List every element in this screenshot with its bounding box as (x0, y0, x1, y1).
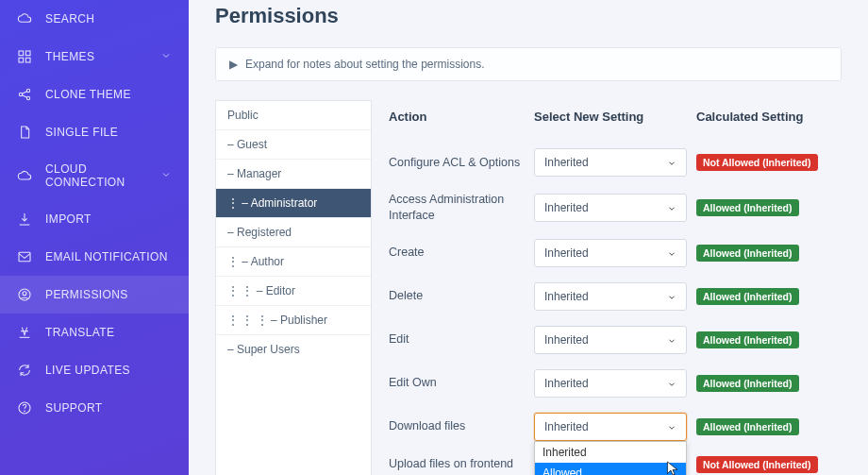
nav-label: IMPORT (45, 212, 92, 226)
refresh-icon (17, 363, 32, 378)
role-item[interactable]: Public (216, 101, 371, 130)
status-badge: Not Allowed (Inherited) (696, 456, 818, 473)
permissions-table: Action Select New Setting Calculated Set… (389, 100, 842, 475)
chevron-down-icon (667, 379, 676, 388)
setting-cell: Inherited (534, 282, 696, 311)
import-icon (17, 212, 32, 227)
nav-label: SUPPORT (45, 401, 103, 415)
setting-select[interactable]: Inherited (534, 282, 687, 311)
action-label: Edit Own (389, 375, 534, 391)
grid-icon (17, 49, 32, 64)
main-content: Permissions ▶ Expand for notes about set… (189, 0, 868, 475)
chevron-down-icon (667, 158, 676, 167)
setting-dropdown: InheritedAllowedDenied (534, 441, 687, 475)
nav-item-cloud-connection[interactable]: CLOUD CONNECTION (0, 151, 189, 200)
notes-toggle[interactable]: ▶ Expand for notes about setting the per… (215, 47, 842, 81)
page-title: Permissions (215, 4, 842, 28)
setting-select[interactable]: Inherited (534, 194, 687, 222)
nav-item-single-file[interactable]: SINGLE FILE (0, 113, 189, 151)
svg-rect-3 (25, 58, 30, 62)
status-badge: Allowed (Inherited) (696, 375, 799, 392)
action-label: Upload files on frontend (389, 456, 534, 472)
setting-cell: Inherited (534, 369, 696, 398)
select-value: Inherited (544, 290, 589, 303)
role-item[interactable]: – Manager (216, 160, 371, 189)
nav-item-support[interactable]: SUPPORT (0, 389, 189, 427)
nav-label: TRANSLATE (45, 326, 114, 339)
cloud-icon (17, 168, 32, 183)
role-item[interactable]: – Registered (216, 218, 371, 247)
permission-row: EditInheritedAllowed (Inherited) (389, 318, 842, 362)
header-action: Action (389, 110, 534, 124)
nav-item-live-updates[interactable]: LIVE UPDATES (0, 351, 189, 389)
setting-cell: InheritedInheritedAllowedDenied (534, 413, 696, 441)
action-label: Delete (389, 288, 534, 304)
permission-row: Configure ACL & OptionsInheritedNot Allo… (389, 141, 842, 184)
nav-item-import[interactable]: IMPORT (0, 200, 189, 238)
role-item[interactable]: ⋮ ⋮ – Editor (216, 277, 371, 306)
chevron-down-icon (667, 335, 676, 345)
notes-text: Expand for notes about setting the permi… (245, 58, 484, 71)
nav-item-permissions[interactable]: PERMISSIONS (0, 276, 189, 314)
permission-row: Access Administration InterfaceInherited… (389, 184, 842, 231)
status-badge: Not Allowed (Inherited) (696, 154, 818, 171)
role-item[interactable]: ⋮ ⋮ ⋮ – Publisher (216, 306, 371, 335)
nav-label: PERMISSIONS (45, 288, 128, 301)
calc-cell: Allowed (Inherited) (696, 245, 842, 262)
status-badge: Allowed (Inherited) (696, 199, 799, 216)
select-value: Inherited (544, 201, 589, 214)
nav-item-clone-theme[interactable]: CLONE THEME (0, 76, 189, 113)
role-item[interactable]: ⋮ – Author (216, 247, 371, 277)
select-value: Inherited (544, 377, 589, 390)
setting-select[interactable]: InheritedInheritedAllowedDenied (534, 413, 687, 441)
file-icon (17, 125, 32, 140)
status-badge: Allowed (Inherited) (696, 245, 799, 262)
nav-label: SINGLE FILE (45, 126, 118, 139)
svg-rect-7 (19, 252, 30, 261)
permission-row: DeleteInheritedAllowed (Inherited) (389, 275, 842, 318)
role-item[interactable]: – Guest (216, 130, 371, 160)
status-badge: Allowed (Inherited) (696, 288, 799, 305)
dropdown-option[interactable]: Allowed (535, 463, 686, 475)
setting-select[interactable]: Inherited (534, 369, 687, 398)
share-icon (17, 87, 32, 102)
help-icon (17, 400, 32, 416)
chevron-down-icon (160, 50, 172, 64)
permission-row: CreateInheritedAllowed (Inherited) (389, 231, 842, 275)
setting-select[interactable]: Inherited (534, 148, 687, 177)
role-list: Public– Guest– Manager⋮ – Administrator–… (215, 100, 372, 475)
nav-label: SEARCH (45, 12, 94, 25)
calc-cell: Allowed (Inherited) (696, 288, 842, 305)
setting-select[interactable]: Inherited (534, 239, 687, 267)
nav-label: EMAIL NOTIFICATION (45, 250, 168, 263)
svg-rect-2 (19, 58, 24, 62)
cloud-search-icon (17, 11, 32, 26)
nav-item-themes[interactable]: THEMES (0, 38, 189, 76)
nav-label: LIVE UPDATES (45, 364, 130, 377)
user-circle-icon (17, 287, 32, 302)
setting-cell: Inherited (534, 239, 696, 267)
select-value: Inherited (544, 333, 589, 347)
chevron-down-icon (667, 292, 676, 301)
calc-cell: Not Allowed (Inherited) (696, 154, 842, 171)
table-header-row: Action Select New Setting Calculated Set… (389, 100, 842, 141)
nav-label: CLOUD CONNECTION (45, 162, 147, 189)
nav-item-email-notification[interactable]: EMAIL NOTIFICATION (0, 238, 189, 276)
sidebar: SEARCHTHEMESCLONE THEMESINGLE FILECLOUD … (0, 0, 189, 475)
select-value: Inherited (544, 420, 589, 433)
nav-label: CLONE THEME (45, 88, 131, 101)
role-item[interactable]: ⋮ – Administrator (216, 189, 371, 218)
setting-cell: Inherited (534, 148, 696, 177)
dropdown-option[interactable]: Inherited (535, 442, 686, 463)
calc-cell: Not Allowed (Inherited) (696, 456, 842, 473)
role-item[interactable]: – Super Users (216, 335, 371, 364)
permission-row: Edit OwnInheritedAllowed (Inherited) (389, 362, 842, 405)
setting-select[interactable]: Inherited (534, 326, 687, 354)
svg-point-9 (23, 292, 26, 296)
svg-rect-1 (25, 51, 30, 56)
nav-item-search[interactable]: SEARCH (0, 0, 189, 38)
nav-item-translate[interactable]: TRANSLATE (0, 314, 189, 351)
nav-label: THEMES (45, 50, 94, 63)
calc-cell: Allowed (Inherited) (696, 199, 842, 216)
header-calc: Calculated Setting (696, 110, 842, 124)
